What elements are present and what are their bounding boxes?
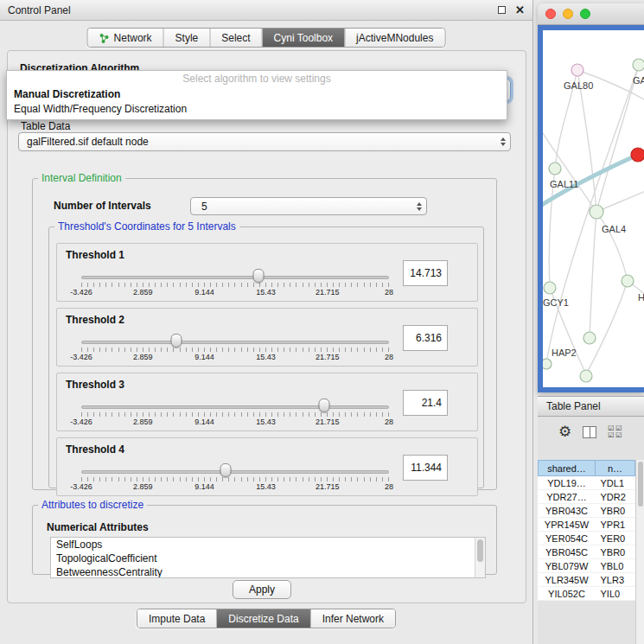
threshold-1-slider[interactable]: -3.4262.8599.14415.4321.71528 bbox=[81, 244, 389, 301]
cell[interactable]: YIL0 bbox=[596, 587, 635, 601]
cell[interactable]: YLR3 bbox=[596, 573, 635, 587]
cell[interactable]: YDL19… bbox=[539, 476, 596, 490]
scrollbar-thumb[interactable] bbox=[638, 462, 643, 507]
table-row[interactable]: YDR27…YDR2 bbox=[539, 490, 635, 504]
node-label: GA bbox=[633, 75, 644, 86]
list-scrollbar[interactable] bbox=[475, 538, 485, 577]
threshold-4-slider[interactable]: -3.4262.8599.14415.4321.71528 bbox=[81, 438, 389, 495]
list-item[interactable]: TopologicalCoefficient bbox=[51, 552, 485, 565]
list-item[interactable]: SelfLoops bbox=[51, 538, 485, 552]
screen: Control Panel ✕ Network Style Select Cyn… bbox=[0, 0, 644, 644]
tab-label: Cyni Toolbox bbox=[274, 32, 333, 44]
tab-cyni-toolbox[interactable]: Cyni Toolbox bbox=[262, 29, 344, 47]
table-row[interactable]: YPR145WYPR1 bbox=[539, 518, 635, 532]
threshold-3-slider[interactable]: -3.4262.8599.14415.4321.71528 bbox=[81, 373, 389, 430]
column-header-shared-name[interactable]: shared… bbox=[539, 461, 596, 476]
cell[interactable]: YDR2 bbox=[596, 490, 635, 504]
tab-style[interactable]: Style bbox=[163, 29, 210, 47]
table-data-combobox[interactable]: galFiltered.sif default node bbox=[18, 132, 511, 151]
threshold-3-value[interactable]: 21.4 bbox=[403, 390, 448, 416]
tab-network[interactable]: Network bbox=[88, 29, 163, 47]
node-attribute-table: shared… n… YDL19…YDL1 YDR27…YDR2 YBR043C… bbox=[538, 460, 635, 601]
slider-thumb[interactable] bbox=[171, 334, 182, 348]
node-hap2[interactable] bbox=[583, 332, 596, 344]
node-gal80[interactable] bbox=[571, 64, 583, 76]
panel-title: Control Panel bbox=[8, 4, 71, 16]
threshold-4-value[interactable]: 11.344 bbox=[403, 455, 448, 481]
gear-icon[interactable]: ⚙ bbox=[558, 424, 571, 439]
numerical-attributes-list[interactable]: SelfLoops TopologicalCoefficient Between… bbox=[50, 537, 486, 578]
node[interactable] bbox=[580, 370, 592, 382]
network-canvas[interactable]: GAL80 GA GAL11 GAL4 GCY1 HAP2 H bbox=[543, 30, 644, 387]
table-row[interactable]: YBR043CYBR0 bbox=[539, 504, 635, 518]
node-gal4[interactable] bbox=[590, 205, 603, 219]
float-window-icon[interactable] bbox=[498, 6, 506, 14]
table-row[interactable]: YBL079WYBL0 bbox=[539, 559, 635, 573]
table-row[interactable]: YER054CYER0 bbox=[539, 532, 635, 545]
slider-track[interactable] bbox=[81, 341, 389, 344]
cell[interactable]: YIL052C bbox=[539, 587, 596, 601]
cell[interactable]: YPR1 bbox=[596, 518, 635, 532]
cell[interactable]: YDR27… bbox=[539, 490, 596, 504]
list-item[interactable]: BetweennessCentrality bbox=[51, 565, 485, 578]
column-header-name[interactable]: n… bbox=[596, 461, 635, 476]
table-row[interactable]: YLR345WYLR3 bbox=[539, 573, 635, 587]
network-window-titlebar[interactable] bbox=[538, 3, 644, 25]
option-equal-width-frequency[interactable]: Equal Width/Frequency Discretization bbox=[7, 102, 507, 117]
node[interactable] bbox=[543, 359, 552, 369]
node-gcy1[interactable] bbox=[544, 282, 556, 294]
cell[interactable]: YBR043C bbox=[539, 504, 596, 518]
slider-track[interactable] bbox=[81, 276, 389, 279]
cell[interactable]: YBR0 bbox=[596, 504, 635, 518]
tab-jactivemnodules[interactable]: jActiveMNodules bbox=[344, 29, 444, 47]
table-row[interactable]: YDL19…YDL1 bbox=[539, 476, 635, 490]
tab-select[interactable]: Select bbox=[209, 29, 261, 47]
control-panel-titlebar[interactable]: Control Panel ✕ bbox=[0, 0, 532, 21]
option-manual-discretization[interactable]: Manual Discretization bbox=[7, 87, 507, 102]
scale-label: 21.715 bbox=[316, 353, 340, 361]
cyni-toolbox-panel: Discretization Algorithm Select algorith… bbox=[7, 50, 526, 603]
cell[interactable]: YBR0 bbox=[596, 545, 635, 559]
close-traffic-light-icon[interactable] bbox=[545, 9, 556, 19]
table-panel-header[interactable]: Table Panel bbox=[538, 396, 644, 417]
cell[interactable]: YER054C bbox=[539, 532, 596, 545]
tab-discretize-data[interactable]: Discretize Data bbox=[216, 609, 309, 628]
select-columns-icon[interactable]: ☑☑☑☑ bbox=[608, 425, 623, 439]
node-ga[interactable] bbox=[633, 59, 644, 71]
cell[interactable]: YER0 bbox=[596, 532, 635, 545]
check-icon: ☑ bbox=[615, 432, 623, 439]
cell[interactable]: YLR345W bbox=[539, 573, 596, 587]
cell[interactable]: YPR145W bbox=[539, 518, 596, 532]
scale-label: 15.43 bbox=[256, 353, 276, 361]
node[interactable] bbox=[622, 275, 634, 287]
threshold-2-slider[interactable]: -3.4262.8599.14415.4321.71528 bbox=[81, 309, 389, 366]
close-icon[interactable]: ✕ bbox=[515, 4, 525, 16]
cell[interactable]: YDL1 bbox=[596, 476, 635, 490]
scrollbar-thumb[interactable] bbox=[477, 539, 483, 562]
apply-button[interactable]: Apply bbox=[233, 580, 291, 599]
slider-ticks bbox=[81, 477, 389, 481]
slider-thumb[interactable] bbox=[253, 269, 265, 283]
cell[interactable]: YBL0 bbox=[596, 559, 635, 573]
tab-impute-data[interactable]: Impute Data bbox=[137, 609, 216, 628]
table-scrollbar[interactable] bbox=[635, 460, 644, 644]
slider-track[interactable] bbox=[81, 470, 389, 474]
table-row[interactable]: YBR045CYBR0 bbox=[539, 545, 635, 559]
table-row[interactable]: YIL052CYIL0 bbox=[539, 587, 635, 601]
node-selected-red[interactable] bbox=[631, 148, 644, 162]
cell[interactable]: YBR045C bbox=[539, 545, 596, 559]
slider-thumb[interactable] bbox=[220, 463, 232, 477]
slider-thumb[interactable] bbox=[319, 399, 330, 412]
minimize-traffic-light-icon[interactable] bbox=[563, 9, 573, 19]
node-gal11[interactable] bbox=[549, 163, 561, 175]
zoom-traffic-light-icon[interactable] bbox=[580, 9, 590, 19]
columns-icon[interactable] bbox=[583, 426, 596, 438]
tab-infer-network[interactable]: Infer Network bbox=[310, 609, 395, 628]
thresholds-group-title: Threshold's Coordinates for 5 Intervals bbox=[54, 220, 239, 233]
threshold-2-value[interactable]: 6.316 bbox=[403, 325, 448, 351]
number-of-intervals-combobox[interactable]: 5 bbox=[190, 197, 427, 215]
cell[interactable]: YBL079W bbox=[539, 559, 596, 573]
threshold-1-value[interactable]: 14.713 bbox=[403, 260, 448, 286]
slider-track[interactable] bbox=[81, 405, 389, 409]
node-label: GCY1 bbox=[543, 297, 569, 308]
